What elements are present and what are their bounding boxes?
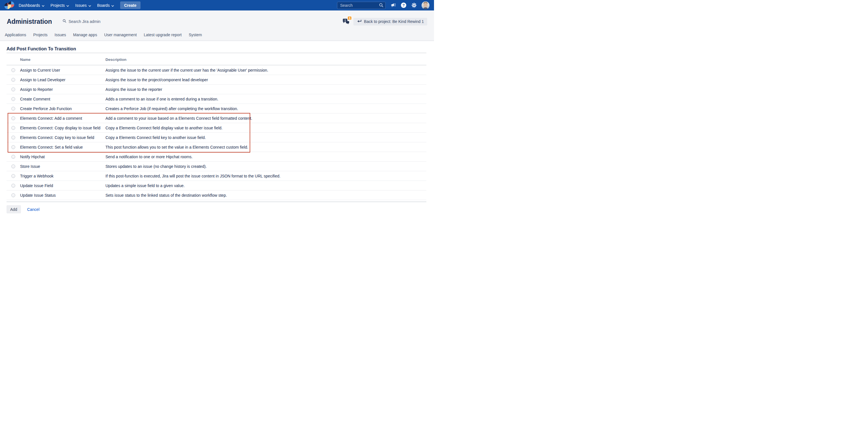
nav-menus: Dashboards Projects Issues Boards [19, 3, 114, 8]
row-name: Store Issue [20, 164, 105, 169]
return-arrow-icon [357, 19, 362, 24]
help-glyph: ? [403, 3, 405, 7]
navbar-right: ? [337, 1, 430, 9]
nav-menu-projects[interactable]: Projects [51, 3, 69, 8]
back-button-label: Back to project: Be Kind Rewind 1 [364, 19, 424, 24]
nav-search [337, 2, 386, 9]
tab-system[interactable]: System [189, 33, 202, 37]
row-name: Elements Connect: Add a comment [20, 116, 105, 121]
post-function-radio[interactable] [11, 155, 15, 159]
row-name: Assign to Lead Developer [20, 78, 105, 82]
row-name: Assign to Reporter [20, 87, 105, 92]
table-header: Name Description [6, 53, 426, 65]
row-description: Send a notification to one or more Hipch… [105, 154, 426, 159]
row-description: Stores updates to an issue (no change hi… [105, 164, 426, 169]
admin-tabs: Applications Projects Issues Manage apps… [5, 33, 427, 37]
tab-manage-apps[interactable]: Manage apps [73, 33, 97, 37]
main-content: Add Post Function To Transition Name Des… [0, 46, 434, 213]
search-icon [379, 3, 384, 9]
row-name: Elements Connect: Copy key to issue fiel… [20, 135, 105, 140]
post-function-radio[interactable] [11, 107, 15, 111]
row-description: Adds a comment to an issue if one is ent… [105, 97, 426, 101]
row-name: Notify Hipchat [20, 154, 105, 159]
table-row[interactable]: Create Comment Adds a comment to an issu… [6, 94, 426, 104]
row-description: Copy a Elements Connect field display va… [105, 126, 426, 130]
table-row[interactable]: Elements Connect: Add a comment Add a co… [6, 114, 426, 123]
post-function-radio[interactable] [11, 165, 15, 168]
tab-projects[interactable]: Projects [33, 33, 48, 37]
chevron-down-icon [42, 3, 44, 8]
row-description: Creates a Perforce Job (if required) aft… [105, 107, 426, 111]
admin-header: Administration 1 [0, 10, 434, 41]
post-function-radio[interactable] [11, 78, 15, 82]
post-function-radio[interactable] [11, 87, 15, 91]
row-name: Update Issue Field [20, 183, 105, 188]
jira-logo-icon[interactable] [4, 1, 15, 10]
help-icon[interactable]: ? [401, 3, 406, 8]
table-row[interactable]: Notify Hipchat Send a notification to on… [6, 152, 426, 162]
create-button[interactable]: Create [120, 1, 141, 9]
top-navbar: Dashboards Projects Issues Boards Create [0, 0, 434, 10]
post-function-radio[interactable] [11, 174, 15, 178]
table-row[interactable]: Update Issue Status Sets issue status to… [6, 191, 426, 200]
tab-applications[interactable]: Applications [5, 33, 26, 37]
section-title: Add Post Function To Transition [6, 46, 426, 53]
row-name: Create Perforce Job Function [20, 107, 105, 111]
table-row[interactable]: Assign to Current User Assigns the issue… [6, 65, 426, 75]
tab-user-management[interactable]: User management [104, 33, 136, 37]
cancel-link[interactable]: Cancel [27, 207, 39, 212]
post-function-radio[interactable] [11, 136, 15, 140]
post-function-radio[interactable] [11, 145, 15, 149]
row-description: Sets issue status to the linked status o… [105, 193, 426, 198]
table-row[interactable]: Assign to Reporter Assigns the issue to … [6, 85, 426, 94]
table-body: Assign to Current User Assigns the issue… [6, 65, 426, 200]
gear-icon[interactable] [411, 3, 417, 8]
post-function-radio[interactable] [11, 97, 15, 101]
row-description: Assigns the issue to the reporter [105, 87, 426, 92]
table-row[interactable]: Elements Connect: Set a field value This… [6, 142, 426, 152]
page-title: Administration [7, 18, 52, 26]
user-avatar[interactable] [422, 1, 430, 9]
nav-menu-dashboards[interactable]: Dashboards [19, 3, 44, 8]
table-row[interactable]: Update Issue Field Updates a simple issu… [6, 181, 426, 191]
table-row[interactable]: Trigger a Webhook If this post-function … [6, 171, 426, 181]
chevron-down-icon [66, 3, 69, 8]
post-function-radio[interactable] [11, 184, 15, 188]
table-row[interactable]: Create Perforce Job Function Creates a P… [6, 104, 426, 114]
row-description: Add a comment to your issue based on a E… [105, 116, 426, 121]
table-row[interactable]: Elements Connect: Copy key to issue fiel… [6, 133, 426, 142]
search-icon [62, 19, 66, 24]
row-description: If this post-function is executed, Jira … [105, 174, 426, 178]
row-description: Assigns the issue to the current user if… [105, 68, 426, 72]
table-row[interactable]: Elements Connect: Copy display to issue … [6, 123, 426, 133]
row-name: Trigger a Webhook [20, 174, 105, 178]
feedback-icon[interactable]: 1 [342, 18, 350, 25]
row-description: This post function allows you to set the… [105, 145, 426, 149]
nav-menu-label: Dashboards [19, 3, 40, 8]
megaphone-icon[interactable] [391, 3, 396, 8]
post-function-radio[interactable] [11, 116, 15, 120]
row-description: Copy a Elements Connect field key to ano… [105, 135, 426, 140]
table-bottom-border [6, 200, 426, 202]
nav-search-input[interactable] [337, 2, 386, 9]
back-to-project-button[interactable]: Back to project: Be Kind Rewind 1 [353, 18, 427, 26]
row-name: Elements Connect: Set a field value [20, 145, 105, 149]
table-row[interactable]: Assign to Lead Developer Assigns the iss… [6, 75, 426, 85]
form-actions: Add Cancel [6, 205, 428, 213]
tab-issues[interactable]: Issues [55, 33, 66, 37]
feedback-badge: 1 [347, 16, 352, 20]
chevron-down-icon [112, 3, 114, 8]
column-header-description: Description [105, 57, 426, 62]
post-function-radio[interactable] [11, 193, 15, 197]
chevron-down-icon [89, 3, 91, 8]
nav-menu-label: Boards [97, 3, 110, 8]
nav-menu-boards[interactable]: Boards [97, 3, 114, 8]
nav-menu-issues[interactable]: Issues [75, 3, 91, 8]
post-function-radio[interactable] [11, 126, 15, 130]
post-function-radio[interactable] [11, 68, 15, 72]
add-button[interactable]: Add [6, 205, 21, 213]
admin-search-input[interactable] [68, 19, 117, 24]
row-description: Assigns the issue to the project/compone… [105, 78, 426, 82]
tab-latest-upgrade-report[interactable]: Latest upgrade report [144, 33, 182, 37]
table-row[interactable]: Store Issue Stores updates to an issue (… [6, 162, 426, 171]
